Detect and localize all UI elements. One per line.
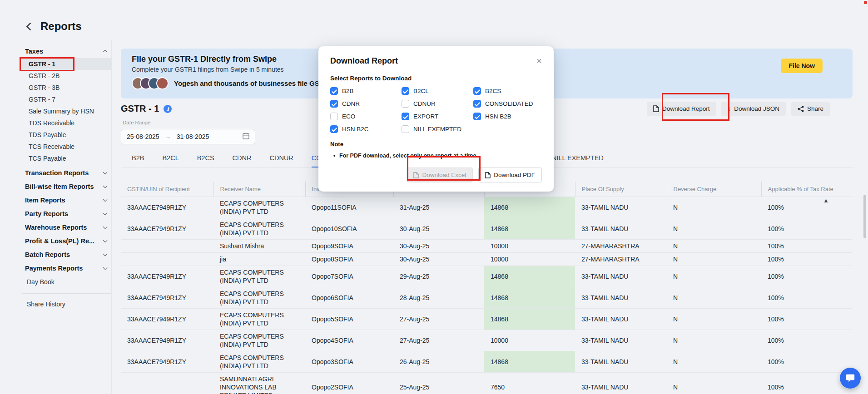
calendar-icon[interactable] [243,133,249,141]
sidebar-group[interactable]: Transaction Reports [22,166,111,180]
table-row[interactable]: 33AAACE7949R1ZY ECAPS COMPUTERS (INDIA) … [121,287,853,309]
date-to[interactable]: 31-08-2025 [177,133,209,140]
checkbox[interactable] [473,87,481,95]
report-option[interactable]: HSN B2B [473,113,542,120]
sidebar-item[interactable]: TCS Payable [22,153,111,164]
report-tab[interactable]: NILL EXEMPTED [552,154,604,167]
share-button[interactable]: Share [791,102,830,116]
report-option[interactable]: ECO [330,113,402,120]
checkbox[interactable] [330,87,338,95]
checkbox[interactable] [330,113,338,120]
table-column-header[interactable]: Applicable % of Tax Rate [761,182,853,197]
table-column-header[interactable]: Receiver Name [213,182,305,197]
cell-place-of-supply: 33-TAMIL NADU [575,287,667,309]
close-icon[interactable]: × [536,56,542,65]
report-option[interactable]: NILL EXEMPTED [402,125,473,133]
cell-gstin: 33AAACE7949R1ZY [121,309,213,330]
sidebar-item[interactable]: GSTR - 1 [22,58,111,70]
date-range-label: Date Range [123,120,150,125]
cell-tax-rate: 100% [761,266,853,287]
report-option-label: NILL EXEMPTED [413,126,461,133]
scrollbar[interactable] [863,195,866,238]
sidebar-section-label: Taxes [25,48,43,55]
sidebar-group[interactable]: Item Reports [22,193,111,207]
report-option[interactable]: B2CS [473,87,542,95]
table-row[interactable]: 33AAACE7949R1ZY ECAPS COMPUTERS (INDIA) … [121,197,853,218]
table-column-header[interactable]: GSTIN/UIN of Recipient [121,182,213,197]
scroll-top-icon[interactable]: ▲ [823,197,829,204]
report-tab[interactable]: CDNUR [269,154,293,167]
checkbox[interactable] [330,100,338,108]
sidebar-item[interactable]: TDS Payable [22,129,111,141]
table-row[interactable]: 33AAACE7949R1ZY ECAPS COMPUTERS (INDIA) … [121,309,853,330]
report-option[interactable]: HSN B2C [330,125,402,133]
report-tab[interactable]: B2CL [162,154,179,167]
report-option[interactable]: B2CL [402,87,473,95]
table-column-header[interactable]: Reverse Charge [667,182,761,197]
table-row[interactable]: 33AAACE7949R1ZY ECAPS COMPUTERS (INDIA) … [121,330,853,351]
download-excel-button[interactable]: Download Excel [407,167,473,182]
back-icon[interactable] [26,22,34,30]
report-option[interactable]: CDNUR [402,100,473,108]
download-pdf-button[interactable]: Download PDF [478,167,542,182]
date-range-picker[interactable]: 25-08-2025 → 31-08-2025 [121,129,255,144]
file-now-button[interactable]: File Now [781,59,823,73]
chat-widget-button[interactable] [840,368,861,389]
report-option[interactable]: CDNR [330,100,402,108]
checkbox[interactable] [402,125,409,133]
checkbox[interactable] [473,113,481,120]
sidebar-item[interactable]: Sale Summary by HSN [22,105,111,117]
checkbox[interactable] [473,100,481,108]
report-option[interactable]: CONSOLIDATED [473,100,542,108]
sidebar-item-day-book[interactable]: Day Book [22,275,111,289]
table-row[interactable]: 33AAACE7949R1ZY ECAPS COMPUTERS (INDIA) … [121,218,853,240]
cell-place-of-supply: 33-TAMIL NADU [575,373,667,394]
cell-invoice-date: 31-Aug-25 [393,197,484,218]
table-row[interactable]: SAMUNNATI AGRI INNOVATIONS LAB PRIVATE L… [121,373,853,394]
download-json-button[interactable]: ↓ Download JSON [721,102,786,116]
sidebar-group[interactable]: Profit & Loss(PL) Re... [22,234,111,248]
cell-tax-rate: 100% [761,330,853,351]
download-report-button[interactable]: Download Report [647,102,716,116]
sidebar-item-share-history[interactable]: Share History [22,297,111,311]
sidebar-item[interactable]: TCS Receivable [22,141,111,153]
report-tab[interactable]: CDNR [233,154,252,167]
sidebar-group[interactable]: Party Reports [22,207,111,221]
cell-invoice-number: Opopo2SOFIA [305,373,393,394]
sidebar-group[interactable]: Warehouse Reports [22,221,111,234]
table-row[interactable]: jia Opopo8SOFIA 30-Aug-25 10000 27-MAHAR… [121,253,853,266]
cell-place-of-supply: 33-TAMIL NADU [575,351,667,373]
table-row[interactable]: 33AAACE7949R1ZY ECAPS COMPUTERS (INDIA) … [121,266,853,287]
sidebar-group[interactable]: Bill-wise Item Reports [22,180,111,193]
cell-place-of-supply: 33-TAMIL NADU [575,266,667,287]
table-row[interactable]: Sushant Mishra Opopo9SOFIA 30-Aug-25 100… [121,240,853,253]
cell-invoice-value: 14868 [484,266,575,287]
cell-invoice-value: 14868 [484,287,575,309]
checkbox[interactable] [402,113,409,120]
report-tab[interactable]: B2B [132,154,144,167]
cell-invoice-date: 30-Aug-25 [393,253,484,266]
report-option[interactable]: B2B [330,87,402,95]
report-option[interactable]: EXPORT [402,113,473,120]
select-reports-label: Select Reports to Download [330,75,542,82]
sidebar-divider [111,40,112,394]
sidebar-item[interactable]: GSTR - 2B [22,70,111,82]
checkbox[interactable] [330,125,338,133]
table-column-header[interactable]: Place Of Supply [575,182,667,197]
sidebar-group[interactable]: Batch Reports [22,248,111,261]
date-from[interactable]: 25-08-2025 [127,133,159,140]
table-row[interactable]: 33AAACE7949R1ZY ECAPS COMPUTERS (INDIA) … [121,351,853,373]
sidebar-group[interactable]: Payments Reports [22,261,111,275]
sidebar-item[interactable]: GSTR - 3B [22,82,111,94]
sidebar-item[interactable]: GSTR - 7 [22,94,111,105]
cell-invoice-number: Opopo7SOFIA [305,266,393,287]
checkbox[interactable] [402,87,409,95]
checkbox[interactable] [402,100,409,108]
sidebar-section-taxes[interactable]: Taxes [22,44,111,58]
info-icon[interactable]: i [164,105,172,113]
sidebar-item[interactable]: TDS Receivable [22,117,111,129]
download-icon: ↓ [728,105,731,112]
report-tab[interactable]: B2CS [197,154,214,167]
sidebar: Taxes GSTR - 1 GSTR - 2B GSTR - 3B GSTR … [22,44,111,311]
chevron-down-icon [103,211,108,216]
